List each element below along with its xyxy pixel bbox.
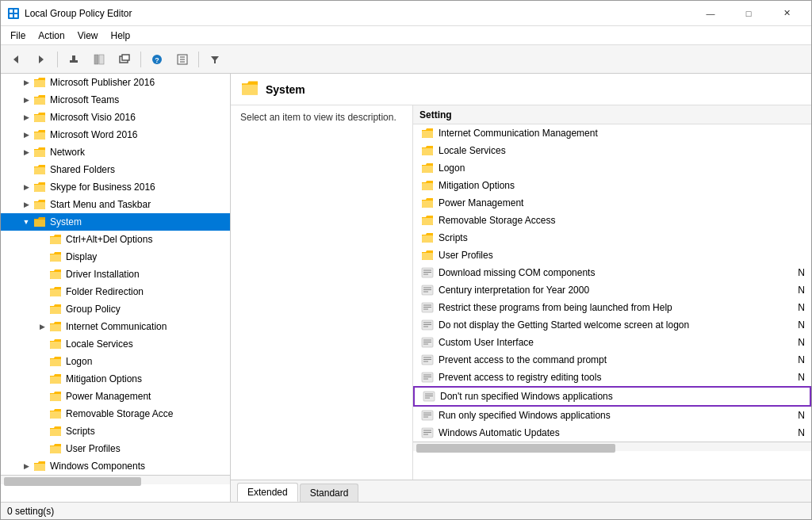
main-area: ▶ Microsoft Publisher 2016 ▶ Microsoft T…	[1, 74, 811, 502]
setting-download-com[interactable]: Download missing COM components N	[413, 264, 811, 281]
tab-standard[interactable]: Standard	[300, 484, 359, 502]
setting-prevent-cmd[interactable]: Prevent access to the command prompt N	[413, 351, 811, 369]
tree-item-ctrl-alt-del[interactable]: ▶ Ctrl+Alt+Del Options	[1, 231, 230, 248]
tree-item-driver-installation[interactable]: ▶ Driver Installation	[1, 266, 230, 283]
folder-icon	[48, 269, 63, 280]
menu-bar: File Action View Help	[1, 26, 811, 45]
tree-item-removable-storage[interactable]: ▶ Removable Storage Acce	[1, 405, 230, 422]
menu-file[interactable]: File	[4, 29, 32, 43]
tree-item-windows-components[interactable]: ▶ Windows Components	[1, 457, 230, 475]
tree-item-mitigation-options[interactable]: ▶ Mitigation Options	[1, 370, 230, 388]
setting-power-management[interactable]: Power Management	[413, 194, 811, 212]
settings-scrollbar[interactable]	[413, 442, 811, 451]
setting-century-interp[interactable]: Century interpretation for Year 2000 N	[413, 281, 811, 299]
setting-locale-services[interactable]: Locale Services	[413, 142, 811, 159]
menu-view[interactable]: View	[71, 29, 105, 43]
minimize-button[interactable]: —	[692, 6, 729, 21]
tab-extended[interactable]: Extended	[237, 483, 298, 502]
new-window-button[interactable]	[113, 48, 136, 71]
tree-item-ms-teams[interactable]: ▶ Microsoft Teams	[1, 91, 230, 109]
folder-icon	[33, 182, 47, 193]
tree-item-locale-services[interactable]: ▶ Locale Services	[1, 335, 230, 353]
maximize-button[interactable]: □	[730, 6, 767, 21]
tree-item-ms-word[interactable]: ▶ Microsoft Word 2016	[1, 126, 230, 143]
tree-item-start-menu[interactable]: ▶ Start Menu and Taskbar	[1, 196, 230, 213]
tree-label: Removable Storage Acce	[66, 408, 230, 419]
svg-rect-47	[422, 183, 433, 190]
tree-item-display[interactable]: ▶ Display	[1, 248, 230, 266]
toolbar-separator-1	[57, 52, 58, 67]
menu-action[interactable]: Action	[32, 29, 71, 43]
tree-item-scripts[interactable]: ▶ Scripts	[1, 422, 230, 440]
folder-icon	[48, 443, 63, 454]
tree-arrow: ▶	[20, 462, 33, 470]
svg-rect-49	[422, 218, 433, 225]
setting-value: N	[789, 319, 805, 331]
filter-button[interactable]	[203, 48, 227, 71]
folder-icon	[419, 180, 435, 191]
setting-run-only-apps[interactable]: Run only specified Windows applications …	[413, 407, 811, 424]
left-scrollbar[interactable]	[1, 475, 230, 484]
tree-item-network[interactable]: ▶ Network	[1, 143, 230, 161]
setting-dont-run-apps[interactable]: Don't run specified Windows applications	[413, 386, 811, 407]
svg-marker-5	[13, 55, 18, 63]
forward-button[interactable]	[29, 48, 53, 71]
tree-item-group-policy[interactable]: ▶ Group Policy	[1, 300, 230, 318]
tree-item-power-management[interactable]: ▶ Power Management	[1, 388, 230, 405]
options-button[interactable]	[170, 48, 194, 71]
setting-internet-comm-mgmt[interactable]: Internet Communication Management	[413, 124, 811, 142]
tree-item-user-profiles[interactable]: ▶ User Profiles	[1, 440, 230, 457]
tree-item-ms-visio[interactable]: ▶ Microsoft Visio 2016	[1, 109, 230, 126]
tree-item-skype[interactable]: ▶ Skype for Business 2016	[1, 178, 230, 196]
setting-no-getting-started[interactable]: Do not display the Getting Started welco…	[413, 316, 811, 334]
svg-text:?: ?	[155, 56, 159, 64]
bottom-tabs: Extended Standard	[231, 480, 811, 502]
svg-rect-38	[50, 394, 61, 401]
setting-user-profiles[interactable]: User Profiles	[413, 247, 811, 264]
folder-icon	[48, 304, 63, 315]
show-hide-button[interactable]	[87, 48, 111, 71]
setting-mitigation-options[interactable]: Mitigation Options	[413, 177, 811, 194]
tree-item-system[interactable]: ▼ System	[1, 213, 230, 231]
app-icon	[7, 7, 20, 20]
tree-label: Display	[66, 251, 230, 262]
setting-scripts[interactable]: Scripts	[413, 229, 811, 247]
tree-label: Group Policy	[66, 304, 230, 315]
svg-rect-31	[50, 272, 61, 279]
setting-restrict-programs[interactable]: Restrict these programs from being launc…	[413, 299, 811, 316]
setting-label: Restrict these programs from being launc…	[439, 302, 789, 313]
right-panel: System Select an item to view its descri…	[231, 74, 811, 502]
menu-help[interactable]: Help	[105, 29, 137, 43]
description-panel: Select an item to view its description.	[231, 105, 413, 480]
tree-arrow: ▶	[20, 113, 33, 121]
close-button[interactable]: ✕	[768, 6, 805, 21]
tree-item-internet-communication[interactable]: ▶ Internet Communication	[1, 318, 230, 335]
tree-item-ms-publisher[interactable]: ▶ Microsoft Publisher 2016	[1, 74, 230, 91]
policy-icon	[419, 354, 435, 365]
folder-icon	[419, 250, 435, 261]
svg-rect-45	[422, 148, 433, 155]
policy-icon	[419, 410, 435, 421]
svg-marker-6	[39, 55, 44, 63]
setting-windows-auto-update[interactable]: Windows Automatic Updates N	[413, 424, 811, 442]
setting-label: Removable Storage Access	[439, 215, 805, 226]
setting-removable-storage[interactable]: Removable Storage Access	[413, 212, 811, 229]
up-button[interactable]	[62, 48, 86, 71]
setting-label: Century interpretation for Year 2000	[439, 285, 789, 296]
setting-custom-ui[interactable]: Custom User Interface N	[413, 334, 811, 351]
tree-item-logon[interactable]: ▶ Logon	[1, 353, 230, 370]
svg-rect-3	[10, 14, 13, 17]
back-button[interactable]	[4, 48, 28, 71]
tree-item-folder-redirection[interactable]: ▶ Folder Redirection	[1, 283, 230, 300]
main-window: Local Group Policy Editor — □ ✕ File Act…	[0, 0, 812, 520]
svg-rect-50	[422, 235, 433, 243]
setting-logon[interactable]: Logon	[413, 159, 811, 177]
folder-icon	[419, 128, 435, 139]
folder-icon	[48, 373, 63, 384]
setting-prevent-regedit[interactable]: Prevent access to registry editing tools…	[413, 369, 811, 386]
folder-icon	[48, 234, 63, 245]
tree-item-shared-folders[interactable]: ▶ Shared Folders	[1, 161, 230, 178]
tree-arrow: ▶	[20, 96, 33, 104]
system-folder-icon	[240, 80, 259, 98]
help-button[interactable]: ?	[145, 48, 169, 71]
